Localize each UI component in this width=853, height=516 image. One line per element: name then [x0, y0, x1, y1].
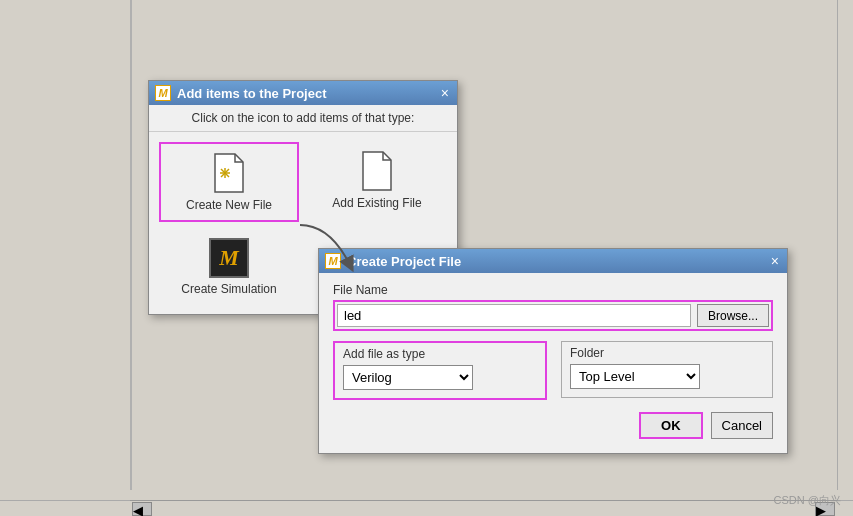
vertical-scrollbar[interactable]: [837, 0, 853, 490]
create-simulation-label: Create Simulation: [181, 282, 276, 296]
file-name-row: Browse...: [333, 300, 773, 331]
create-project-title: Create Project File: [347, 254, 461, 269]
add-items-close-button[interactable]: ×: [439, 86, 451, 100]
folder-dropdown-row: Top Level: [570, 364, 764, 389]
folder-group: Folder Top Level: [561, 341, 773, 398]
create-new-file-label: Create New File: [186, 198, 272, 212]
lower-row: Add file as type Verilog VHDL SystemVeri…: [333, 341, 773, 400]
add-existing-file-item[interactable]: Add Existing File: [307, 142, 447, 222]
cpd-modelsim-icon: M: [325, 253, 341, 269]
scroll-arrow-left[interactable]: ◀: [132, 502, 152, 516]
create-project-titlebar: M Create Project File ×: [319, 249, 787, 273]
add-items-titlebar: M Add items to the Project ×: [149, 81, 457, 105]
ok-button[interactable]: OK: [639, 412, 703, 439]
file-type-select[interactable]: Verilog VHDL SystemVerilog: [343, 365, 473, 390]
folder-select[interactable]: Top Level: [570, 364, 700, 389]
modelsim-icon: M: [155, 85, 171, 101]
watermark: CSDN @向兴: [774, 493, 841, 508]
create-new-file-item[interactable]: Create New File: [159, 142, 299, 222]
simulation-icon: M: [209, 238, 249, 278]
add-file-type-label: Add file as type: [343, 347, 537, 361]
type-dropdown-row: Verilog VHDL SystemVerilog: [343, 365, 537, 390]
panel-divider: [130, 0, 132, 490]
ok-cancel-row: OK Cancel: [333, 412, 773, 439]
add-items-title: Add items to the Project: [177, 86, 327, 101]
titlebar-left: M Add items to the Project: [155, 85, 327, 101]
cancel-button[interactable]: Cancel: [711, 412, 773, 439]
folder-label: Folder: [570, 346, 764, 360]
add-items-subtitle: Click on the icon to add items of that t…: [149, 105, 457, 132]
file-name-input[interactable]: [337, 304, 691, 327]
add-file-type-group: Add file as type Verilog VHDL SystemVeri…: [333, 341, 547, 400]
browse-button[interactable]: Browse...: [697, 304, 769, 327]
file-name-label: File Name: [333, 283, 773, 297]
add-existing-file-label: Add Existing File: [332, 196, 421, 210]
new-file-icon: [211, 152, 247, 194]
create-project-dialog: M Create Project File × File Name Browse…: [318, 248, 788, 454]
existing-file-icon: [359, 150, 395, 192]
cpd-titlebar-left: M Create Project File: [325, 253, 461, 269]
bottom-scrollbar-bar: ◀ ▶: [0, 500, 853, 516]
horizontal-scrollbar[interactable]: ◀ ▶: [130, 500, 837, 516]
create-simulation-item[interactable]: M Create Simulation: [159, 230, 299, 304]
create-project-body: File Name Browse... Add file as type Ver…: [319, 273, 787, 453]
create-project-close-button[interactable]: ×: [769, 254, 781, 268]
